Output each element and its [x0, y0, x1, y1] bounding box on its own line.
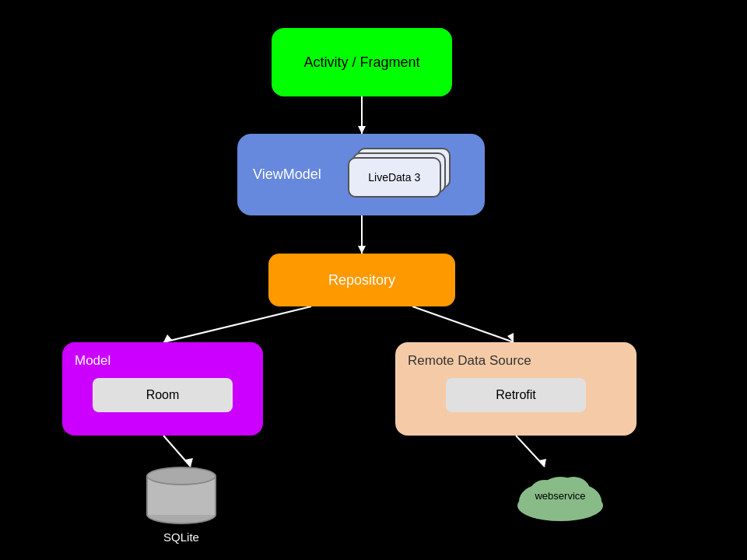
svg-line-6: [412, 306, 514, 342]
activity-fragment-label: Activity / Fragment: [303, 54, 419, 71]
retrofit-label: Retrofit: [496, 388, 536, 402]
livedata-card-front: LiveData 3: [348, 157, 441, 198]
sqlite-container: SQLite: [146, 467, 216, 544]
room-inner-box: Room: [93, 378, 233, 412]
sqlite-label: SQLite: [163, 530, 199, 544]
viewmodel-box: ViewModel LiveData 3: [237, 134, 485, 215]
livedata-stack: LiveData 3: [345, 148, 446, 202]
model-box: Model Room: [62, 342, 263, 436]
svg-marker-3: [358, 246, 366, 254]
livedata-label: LiveData 3: [368, 171, 420, 184]
room-label: Room: [146, 388, 180, 402]
svg-line-4: [163, 306, 311, 342]
svg-line-8: [163, 436, 191, 467]
repository-box: Repository: [268, 254, 455, 306]
svg-marker-7: [507, 333, 514, 342]
remote-data-source-label: Remote Data Source: [408, 353, 531, 369]
retrofit-inner-box: Retrofit: [446, 378, 586, 412]
remote-data-source-box: Remote Data Source Retrofit: [395, 342, 637, 436]
sqlite-cylinder: [146, 467, 216, 524]
cylinder-top: [146, 467, 216, 485]
svg-marker-5: [163, 334, 173, 342]
repository-label: Repository: [328, 272, 395, 289]
webservice-label: webservice: [535, 490, 585, 502]
viewmodel-label: ViewModel: [253, 166, 321, 183]
activity-fragment-box: Activity / Fragment: [272, 28, 452, 96]
architecture-diagram: Activity / Fragment ViewModel LiveData 3…: [0, 0, 747, 560]
svg-marker-11: [538, 459, 546, 467]
svg-marker-1: [358, 126, 366, 134]
svg-line-10: [516, 436, 545, 467]
model-label: Model: [75, 353, 110, 369]
svg-marker-9: [185, 458, 193, 467]
webservice-container: webservice: [510, 467, 611, 502]
